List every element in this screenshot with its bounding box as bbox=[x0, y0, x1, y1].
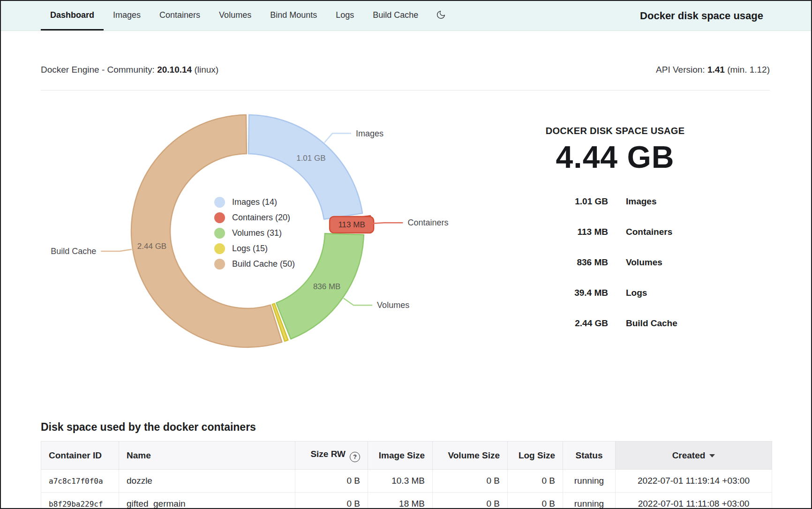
legend-label: Images (14) bbox=[232, 197, 277, 207]
usage-heading: DOCKER DISK SPACE USAGE bbox=[517, 126, 714, 136]
col-header-log-size[interactable]: Log Size bbox=[508, 442, 563, 470]
engine-platform: (linux) bbox=[194, 65, 218, 75]
cell-log-size: 0 B bbox=[508, 493, 563, 509]
cell-name: dozzle bbox=[119, 470, 295, 493]
api-version-value: 1.41 bbox=[707, 65, 725, 75]
cell-image-size: 18 MB bbox=[368, 493, 433, 509]
col-label: Volume Size bbox=[448, 450, 500, 460]
col-header-name[interactable]: Name bbox=[119, 442, 295, 470]
usage-summary-panel: DOCKER DISK SPACE USAGE 4.44 GB 1.01 GBI… bbox=[517, 126, 714, 338]
usage-size: 1.01 GB bbox=[517, 196, 608, 207]
callout-line-containers bbox=[372, 223, 403, 224]
col-label: Image Size bbox=[379, 450, 425, 460]
theme-toggle-button[interactable] bbox=[436, 1, 446, 30]
app-window: DashboardImagesContainersVolumesBind Mou… bbox=[0, 0, 812, 509]
cell-status: running bbox=[563, 493, 616, 509]
usage-rows: 1.01 GBImages113 MBContainers836 MBVolum… bbox=[517, 186, 714, 338]
tab-dashboard[interactable]: Dashboard bbox=[41, 1, 104, 30]
moon-icon bbox=[436, 10, 446, 22]
legend-swatch-containers bbox=[214, 212, 225, 223]
cell-size-rw: 0 B bbox=[295, 493, 368, 509]
table-header: Container IDNameSize RW?Image SizeVolume… bbox=[41, 442, 772, 470]
cell-log-size: 0 B bbox=[508, 470, 563, 493]
usage-label: Build Cache bbox=[626, 318, 677, 329]
engine-info: Docker Engine - Community: 20.10.14 (lin… bbox=[41, 65, 218, 75]
col-label: Log Size bbox=[519, 450, 555, 460]
cell-created: 2022-07-01 11:19:14 +03:00 bbox=[616, 470, 772, 493]
legend-item-logs[interactable]: Logs (15) bbox=[214, 243, 295, 254]
usage-label: Logs bbox=[626, 288, 647, 298]
col-header-container-id[interactable]: Container ID bbox=[41, 442, 119, 470]
engine-label: Docker Engine - Community: bbox=[41, 65, 155, 75]
tab-build-cache[interactable]: Build Cache bbox=[363, 1, 428, 30]
cell-image-size: 10.3 MB bbox=[368, 470, 433, 493]
col-label: Status bbox=[575, 450, 602, 460]
chart-legend: Images (14)Containers (20)Volumes (31)Lo… bbox=[214, 197, 295, 269]
cell-container-id: b8f29ba229cf bbox=[41, 493, 119, 509]
col-label: Size RW bbox=[310, 449, 346, 459]
usage-label: Containers bbox=[626, 227, 672, 237]
usage-row-containers: 113 MBContainers bbox=[517, 217, 714, 247]
api-version-label: API Version: bbox=[656, 65, 705, 75]
top-nav: DashboardImagesContainersVolumesBind Mou… bbox=[1, 1, 811, 31]
legend-item-containers[interactable]: Containers (20) bbox=[214, 212, 295, 223]
legend-swatch-volumes bbox=[214, 228, 225, 239]
usage-row-logs: 39.4 MBLogs bbox=[517, 277, 714, 308]
engine-info-row: Docker Engine - Community: 20.10.14 (lin… bbox=[41, 65, 770, 75]
cell-size-rw: 0 B bbox=[295, 470, 368, 493]
legend-item-build-cache[interactable]: Build Cache (50) bbox=[214, 259, 295, 269]
callout-label-images: Images bbox=[356, 129, 383, 138]
usage-size: 2.44 GB bbox=[517, 318, 608, 329]
callout-label-containers: Containers bbox=[407, 218, 448, 227]
api-version-info: API Version: 1.41 (min. 1.12) bbox=[656, 65, 770, 75]
col-header-image-size[interactable]: Image Size bbox=[368, 442, 433, 470]
usage-row-volumes: 836 MBVolumes bbox=[517, 247, 714, 277]
usage-size: 836 MB bbox=[517, 257, 608, 268]
col-label: Container ID bbox=[49, 450, 102, 460]
usage-row-images: 1.01 GBImages bbox=[517, 186, 714, 217]
tab-images[interactable]: Images bbox=[104, 1, 150, 30]
callout-line-volumes bbox=[344, 298, 372, 305]
table-row[interactable]: b8f29ba229cfgifted_germain0 B18 MB0 B0 B… bbox=[41, 493, 772, 509]
legend-swatch-logs bbox=[214, 243, 225, 254]
cell-volume-size: 0 B bbox=[433, 470, 508, 493]
cell-created: 2022-07-01 11:11:08 +03:00 bbox=[616, 493, 772, 509]
tab-bind-mounts[interactable]: Bind Mounts bbox=[261, 1, 326, 30]
tab-volumes[interactable]: Volumes bbox=[210, 1, 261, 30]
legend-swatch-images bbox=[214, 197, 225, 208]
col-header-created[interactable]: Created bbox=[616, 442, 772, 470]
usage-label: Volumes bbox=[626, 257, 662, 268]
engine-version: 20.10.14 bbox=[157, 65, 192, 75]
col-header-size-rw[interactable]: Size RW? bbox=[295, 442, 368, 470]
disk-usage-chart-area: 1.01 GBImages113 MBContainers836 MBVolum… bbox=[38, 99, 460, 381]
col-header-status[interactable]: Status bbox=[563, 442, 616, 470]
tab-containers[interactable]: Containers bbox=[150, 1, 210, 30]
legend-item-volumes[interactable]: Volumes (31) bbox=[214, 228, 295, 239]
legend-label: Logs (15) bbox=[232, 244, 268, 254]
help-circle-icon[interactable]: ? bbox=[350, 452, 360, 462]
nav-tabs: DashboardImagesContainersVolumesBind Mou… bbox=[41, 1, 428, 30]
tab-logs[interactable]: Logs bbox=[326, 1, 363, 30]
segment-value-volumes: 836 MB bbox=[313, 282, 341, 291]
callout-label-volumes: Volumes bbox=[377, 300, 409, 310]
legend-label: Build Cache (50) bbox=[232, 259, 295, 269]
segment-value-images: 1.01 GB bbox=[296, 154, 325, 163]
cell-name: gifted_germain bbox=[119, 493, 295, 509]
divider bbox=[41, 90, 770, 90]
containers-table: Container IDNameSize RW?Image SizeVolume… bbox=[41, 441, 772, 509]
legend-label: Volumes (31) bbox=[232, 228, 282, 238]
table-heading: Disk space used by the docker containers bbox=[41, 421, 256, 434]
col-label: Created bbox=[672, 450, 706, 460]
legend-item-images[interactable]: Images (14) bbox=[214, 197, 295, 208]
table-row[interactable]: a7c8c17f0f0adozzle0 B10.3 MB0 B0 Brunnin… bbox=[41, 470, 772, 493]
usage-label: Images bbox=[626, 196, 656, 207]
callout-label-build-cache: Build Cache bbox=[51, 247, 96, 256]
sort-desc-icon bbox=[709, 454, 715, 457]
app-title: Docker disk space usage bbox=[640, 1, 763, 30]
legend-swatch-build-cache bbox=[214, 259, 225, 269]
cell-status: running bbox=[563, 470, 616, 493]
legend-label: Containers (20) bbox=[232, 213, 290, 223]
col-header-volume-size[interactable]: Volume Size bbox=[433, 442, 508, 470]
usage-row-build-cache: 2.44 GBBuild Cache bbox=[517, 308, 714, 338]
usage-size: 39.4 MB bbox=[517, 288, 608, 298]
